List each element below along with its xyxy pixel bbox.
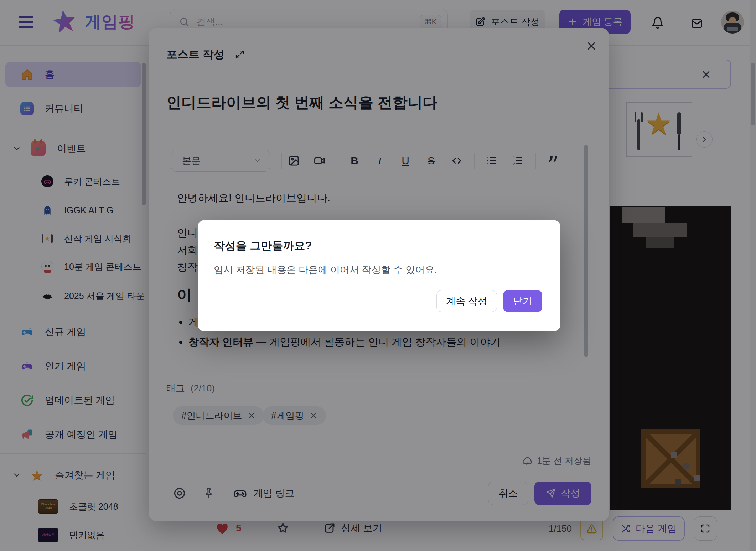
app-root: 게임핑 검색... ⌘K 포스트 작성 게임 등록 홈 커뮤니티 bbox=[0, 0, 756, 551]
confirm-discard-dialog: 작성을 그만둘까요? 임시 저장된 내용은 다음에 이어서 작성할 수 있어요.… bbox=[198, 220, 560, 331]
dialog-title: 작성을 그만둘까요? bbox=[214, 238, 312, 253]
dialog-body: 임시 저장된 내용은 다음에 이어서 작성할 수 있어요. bbox=[214, 263, 437, 276]
continue-writing-button[interactable]: 계속 작성 bbox=[436, 290, 497, 312]
close-confirm-button[interactable]: 닫기 bbox=[503, 290, 542, 312]
